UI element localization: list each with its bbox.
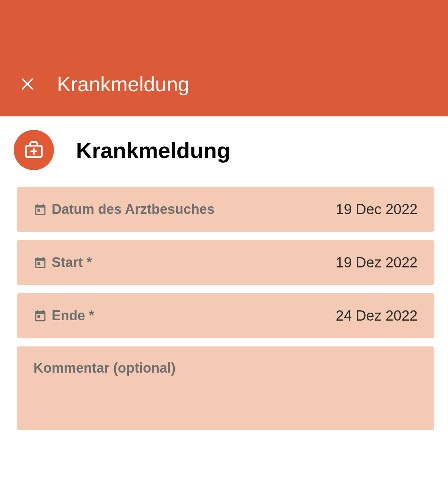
svg-rect-7 [38,315,41,318]
calendar-icon [33,202,47,216]
end-value: 24 Dez 2022 [336,308,418,324]
svg-rect-5 [38,209,41,212]
end-label: Ende * [52,308,94,324]
page-title: Krankmeldung [76,138,230,163]
doctor-visit-date-field[interactable]: Datum des Arztbesuches 19 Dec 2022 [17,187,434,232]
header-title: Krankmeldung [57,72,189,96]
start-label: Start * [52,255,92,270]
doctor-visit-value: 19 Dec 2022 [336,201,418,218]
calendar-icon [33,309,47,323]
field-left: Start * [33,255,92,270]
title-row: Krankmeldung [14,130,434,170]
svg-rect-6 [38,262,41,265]
comment-label: Kommentar (optional) [33,360,418,376]
page-content: Krankmeldung Datum des Arztbesuches 19 D… [0,116,448,444]
medical-kit-icon [14,130,54,170]
start-date-field[interactable]: Start * 19 Dez 2022 [17,240,434,285]
field-left: Ende * [33,308,94,324]
end-date-field[interactable]: Ende * 24 Dez 2022 [17,293,434,338]
app-header: Krankmeldung [0,0,448,116]
calendar-icon [33,256,47,269]
doctor-visit-label: Datum des Arztbesuches [52,201,215,217]
field-left: Datum des Arztbesuches [33,201,215,217]
header-content: Krankmeldung [20,72,189,96]
comment-field[interactable]: Kommentar (optional) [17,346,434,430]
form-fields: Datum des Arztbesuches 19 Dec 2022 Start… [14,187,434,430]
close-icon[interactable] [20,76,35,92]
start-value: 19 Dez 2022 [336,255,418,271]
